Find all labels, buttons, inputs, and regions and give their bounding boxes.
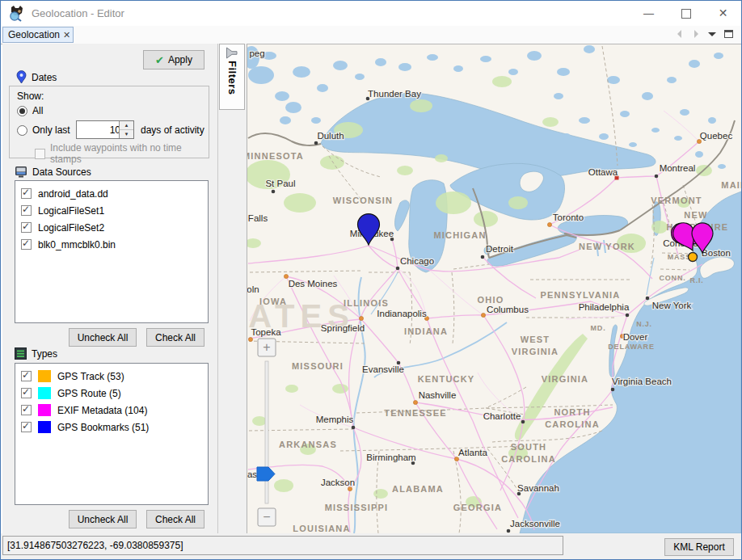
map-label: Virginia Beach (612, 377, 672, 386)
map-label: IOWA (259, 297, 287, 306)
map-container: ATESMINNESOTAWISCONSINMICHIGANIOWAILLINO… (247, 44, 741, 533)
radio-all[interactable]: All (17, 105, 43, 116)
map-label: Topeka (251, 327, 281, 337)
data-sources-uncheck-all-button[interactable]: Uncheck All (69, 328, 137, 347)
tab-geolocation[interactable]: Geolocation ✕ (2, 27, 74, 43)
tab-close-icon[interactable]: ✕ (63, 30, 70, 40)
coordinates-readout: [31.914867503276223, -69.0380859375] (2, 536, 563, 555)
map-label: MICHIGAN (433, 230, 486, 240)
item-checkbox[interactable] (21, 239, 32, 250)
filters-strip: Filters (218, 44, 247, 533)
zoom-slider-track[interactable] (265, 361, 268, 503)
list-item[interactable]: LogicalFileSet2 (15, 219, 208, 236)
capital-city-dot (454, 457, 458, 461)
list-item[interactable]: blk0_mmcblk0.bin (15, 236, 208, 253)
city-dot (521, 420, 525, 424)
radio-only-last[interactable]: Only last (17, 124, 70, 136)
list-item[interactable]: GPS Track (53) (15, 368, 208, 385)
map-label: TENNESSEE (384, 408, 446, 418)
map-label: Springfield (321, 323, 365, 333)
item-checkbox[interactable] (21, 371, 32, 381)
tab-list-dropdown-icon[interactable] (706, 28, 718, 40)
map-label: ALABAMA (392, 484, 444, 494)
map-label: NORTH (554, 407, 590, 417)
type-color-swatch (38, 421, 51, 433)
apply-check-icon: ✔ (155, 54, 164, 66)
map-label: ARKANSAS (279, 440, 337, 449)
map-label: New York (652, 301, 692, 310)
types-list[interactable]: GPS Track (53)GPS Route (5)EXIF Metadata… (15, 363, 209, 505)
map-label: Atlanta (458, 448, 487, 457)
list-item[interactable]: LogicalFileSet1 (15, 202, 208, 219)
map-label: CAROLINA (501, 454, 556, 464)
city-dot (646, 297, 650, 301)
item-checkbox[interactable] (21, 405, 32, 415)
type-color-swatch (38, 404, 51, 416)
map-label: oln (247, 284, 259, 294)
data-sources-header: Data Sources (15, 166, 91, 178)
data-sources-check-all-button[interactable]: Check All (146, 328, 204, 347)
radio-all-circle[interactable] (17, 106, 27, 116)
data-source-icon (15, 166, 27, 178)
status-bar: [31.914867503276223, -69.0380859375] KML… (1, 533, 741, 559)
types-title: Types (32, 348, 57, 360)
item-checkbox[interactable] (21, 222, 32, 233)
maximize-button[interactable] (668, 1, 704, 26)
item-checkbox[interactable] (21, 205, 32, 216)
map-label: MD. (591, 324, 606, 332)
zoom-in-icon: + (263, 340, 270, 354)
city-dot (396, 267, 400, 271)
days-input[interactable] (77, 121, 122, 138)
list-item[interactable]: GPS Route (5) (15, 385, 208, 402)
spin-down-icon[interactable]: ▼ (120, 130, 133, 138)
map-label: VIRGINIA (542, 374, 589, 384)
list-item[interactable]: EXIF Metadata (104) (15, 402, 208, 419)
data-sources-list[interactable]: android_data.ddLogicalFileSet1LogicalFil… (15, 180, 209, 323)
map-label: CONN. (660, 274, 686, 282)
list-item[interactable]: android_data.dd (15, 185, 208, 202)
capital-city-dot (481, 313, 485, 317)
close-button[interactable]: ✕ (705, 1, 741, 26)
map-canvas[interactable]: ATESMINNESOTAWISCONSINMICHIGANIOWAILLINO… (247, 44, 741, 533)
map-label: as (247, 469, 257, 479)
item-checkbox[interactable] (21, 388, 32, 398)
dates-header: Dates (16, 70, 57, 84)
map-label: Charlotte (483, 411, 521, 421)
filters-collapse-tab[interactable]: Filters (219, 44, 245, 110)
waypoint-circle-marker[interactable] (689, 253, 698, 262)
map-label: PENNSYLVANIA (541, 290, 621, 300)
map-label: MAINE (721, 180, 741, 190)
kml-report-button[interactable]: KML Report (664, 538, 734, 556)
map-label: Montreal (660, 163, 696, 173)
map-label: St Paul (265, 179, 295, 188)
map-label: Jacksonville (510, 519, 560, 528)
radio-only-last-circle[interactable] (17, 125, 27, 136)
item-label: LogicalFileSet1 (38, 205, 104, 217)
map-label: Detroit (486, 244, 514, 254)
tab-label: Geolocation (8, 29, 60, 40)
show-label: Show: (17, 91, 44, 102)
types-check-all-button[interactable]: Check All (146, 510, 204, 528)
scroll-tabs-right-icon[interactable] (690, 28, 702, 40)
item-checkbox[interactable] (21, 188, 32, 199)
maximize-pane-icon[interactable] (723, 28, 735, 40)
minimize-button[interactable]: — (630, 1, 667, 26)
list-item[interactable]: GPS Bookmarks (51) (15, 419, 208, 436)
map-label: MISSISSIPPI (325, 503, 389, 512)
item-label: EXIF Metadata (104) (57, 405, 147, 416)
item-checkbox[interactable] (21, 422, 32, 432)
spin-up-icon[interactable]: ▲ (120, 121, 133, 130)
capital-city-dot (547, 222, 551, 226)
waypoints-checkbox[interactable] (35, 149, 45, 159)
map-label: SOUTH (511, 442, 547, 452)
apply-button[interactable]: ✔ Apply (143, 50, 204, 69)
map-label: OHIO (478, 295, 504, 305)
scroll-tabs-left-icon[interactable] (674, 28, 685, 40)
types-header: Types (15, 347, 57, 360)
types-uncheck-all-button[interactable]: Uncheck All (69, 510, 137, 528)
map-label: Savannah (517, 483, 559, 493)
days-spinner: ▲ ▼ (76, 120, 134, 139)
map-label: Memphis (316, 415, 354, 424)
days-suffix-label: days of activity (141, 124, 204, 136)
item-label: GPS Bookmarks (51) (57, 422, 149, 433)
